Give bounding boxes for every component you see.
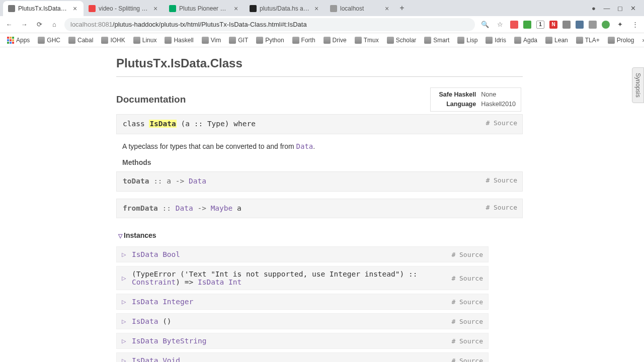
bookmark-folder[interactable]: Idris <box>482 35 509 46</box>
source-link[interactable]: # Source <box>451 337 483 345</box>
bookmark-folder[interactable]: GIT <box>226 35 251 46</box>
ext-icon-4[interactable]: N <box>549 21 557 29</box>
ext-icon-3[interactable]: 1 <box>536 21 544 29</box>
instance-signature: IsData ByteString <box>132 337 446 345</box>
home-button[interactable]: ⌂ <box>49 20 59 30</box>
ext-icon-6[interactable] <box>576 21 584 29</box>
bookmark-folder[interactable]: Drive <box>320 35 350 46</box>
close-icon[interactable]: × <box>383 5 390 12</box>
bookmark-folder[interactable]: Cabal <box>65 35 96 46</box>
close-icon[interactable]: × <box>71 5 78 12</box>
extensions-button[interactable]: ✦ <box>615 20 625 30</box>
type-link[interactable]: Integer <box>163 298 193 306</box>
bookmark-folder[interactable]: Agda <box>511 35 540 46</box>
instance-toggle[interactable]: ▷ <box>122 275 126 282</box>
new-tab-button[interactable]: + <box>395 2 409 15</box>
source-link[interactable]: # Source <box>486 175 517 186</box>
folder-icon <box>324 37 331 44</box>
maybe-type-link[interactable]: Maybe <box>211 204 233 212</box>
class-link[interactable]: IsData <box>132 356 158 362</box>
return-type-link[interactable]: Data <box>189 177 206 185</box>
back-button[interactable]: ← <box>4 20 14 30</box>
minimize-icon[interactable]: — <box>603 4 611 12</box>
type-link[interactable]: Int <box>228 278 242 286</box>
bookmark-folder[interactable]: Python <box>253 35 287 46</box>
source-link[interactable]: # Source <box>451 298 483 306</box>
bookmark-folder[interactable]: Scholar <box>384 35 420 46</box>
forward-button[interactable]: → <box>19 20 29 30</box>
source-link[interactable]: # Source <box>451 251 483 258</box>
folder-icon <box>576 37 583 44</box>
bookmark-folder[interactable]: Lean <box>542 35 571 46</box>
class-link[interactable]: IsData <box>198 278 224 286</box>
close-icon[interactable]: × <box>313 5 320 12</box>
bookmarks-bar: AppsGHCCabalIOHKLinuxHaskellVimGITPython… <box>0 33 644 47</box>
close-icon[interactable]: × <box>152 5 159 12</box>
class-keyword: class <box>123 120 145 128</box>
tab[interactable]: localhost× <box>325 1 395 16</box>
source-link[interactable]: # Source <box>486 118 517 128</box>
type-link[interactable]: ByteString <box>163 337 206 345</box>
bookmark-folder[interactable]: IOHK <box>98 35 128 46</box>
star-icon[interactable]: ☆ <box>495 20 505 30</box>
bookmark-folder[interactable]: Prolog <box>605 35 637 46</box>
source-link[interactable]: # Source <box>486 203 517 213</box>
bookmark-folder[interactable]: Vim <box>199 35 224 46</box>
class-name[interactable]: IsData <box>149 120 176 128</box>
ext-icon-5[interactable] <box>562 21 571 29</box>
instance-toggle[interactable]: ▷ <box>122 318 126 325</box>
bookmark-folder[interactable]: Lisp <box>454 35 480 46</box>
class-link[interactable]: IsData <box>132 317 158 325</box>
methods-heading: Methods <box>122 158 523 166</box>
safe-haskell-value: None <box>481 90 496 100</box>
instance-toggle[interactable]: ▷ <box>122 299 126 305</box>
bookmarks-overflow[interactable]: » <box>639 37 644 44</box>
bookmark-folder[interactable]: GHC <box>35 35 63 46</box>
close-icon[interactable]: ✕ <box>629 4 637 12</box>
folder-icon <box>292 37 299 44</box>
data-type-link[interactable]: Data <box>296 142 313 150</box>
method-name[interactable]: fromData <box>123 204 158 212</box>
type-link[interactable]: Void <box>163 356 180 362</box>
bookmark-folder[interactable]: Haskell <box>162 35 196 46</box>
source-link[interactable]: # Source <box>451 318 483 325</box>
bookmark-folder[interactable]: Linux <box>130 35 160 46</box>
bookmark-folder[interactable]: TLA+ <box>573 35 603 46</box>
synopsis-tab[interactable]: Synopsis <box>632 67 644 103</box>
bookmark-folder[interactable]: Smart <box>421 35 452 46</box>
record-icon[interactable]: ● <box>590 4 598 12</box>
menu-button[interactable]: ⋮ <box>630 20 640 30</box>
data-type-link[interactable]: Data <box>176 204 193 212</box>
ext-icon-8[interactable] <box>602 21 610 29</box>
page-title: PlutusTx.IsData.Class <box>116 56 523 77</box>
ext-icon-7[interactable] <box>589 21 597 29</box>
url-bar[interactable]: localhost:8081/plutus-haddock/plutus-tx/… <box>64 18 475 31</box>
bookmark-folder[interactable]: Forth <box>289 35 318 46</box>
source-link[interactable]: # Source <box>451 357 483 362</box>
tab[interactable]: video - Splitting an MP4× <box>84 1 164 16</box>
ext-icon-2[interactable] <box>523 21 531 29</box>
bookmark-folder[interactable]: Tmux <box>352 35 382 46</box>
folder-icon <box>256 37 263 44</box>
apps-button[interactable]: Apps <box>4 35 33 46</box>
tab[interactable]: plutus/Data.hs at maste× <box>245 1 325 16</box>
instances-toggle[interactable]: Instances <box>118 231 523 239</box>
class-link[interactable]: IsData <box>132 337 158 345</box>
ext-icon-1[interactable] <box>510 21 518 29</box>
instance-toggle[interactable]: ▷ <box>122 338 126 344</box>
method-name[interactable]: toData <box>123 177 149 185</box>
class-link[interactable]: IsData <box>132 298 158 306</box>
instance-toggle[interactable]: ▷ <box>122 251 126 258</box>
type-link[interactable]: Constraint <box>132 278 176 286</box>
instance-signature: IsData () <box>132 317 446 325</box>
tab[interactable]: Plutus Pioneer Program× <box>164 1 245 16</box>
maximize-icon[interactable]: ◻ <box>616 4 624 12</box>
source-link[interactable]: # Source <box>451 275 483 282</box>
class-link[interactable]: IsData <box>132 250 158 258</box>
zoom-icon[interactable]: 🔍 <box>480 20 490 30</box>
instance-toggle[interactable]: ▷ <box>122 357 126 362</box>
reload-button[interactable]: ⟳ <box>34 20 44 30</box>
type-link[interactable]: Bool <box>163 250 180 258</box>
close-icon[interactable]: × <box>232 5 239 12</box>
tab[interactable]: PlutusTx.IsData.Class× <box>3 1 84 16</box>
